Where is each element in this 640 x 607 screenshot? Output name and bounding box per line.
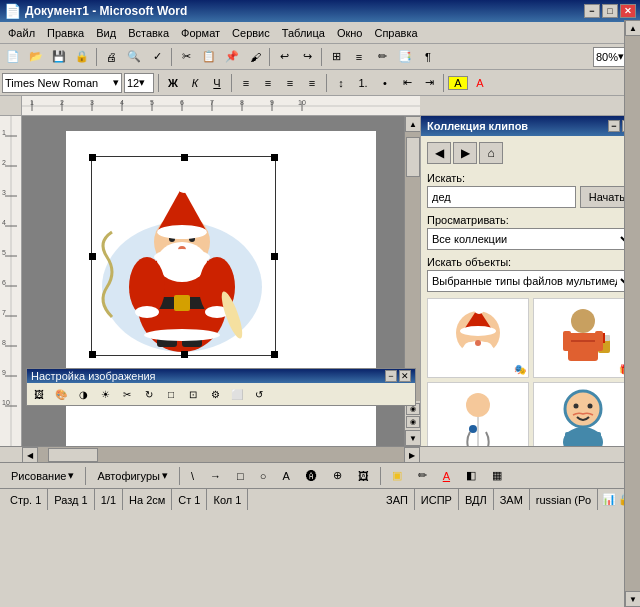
font-dropdown-icon[interactable]: ▾ [113, 76, 119, 89]
clip-thumb-4[interactable]: 👤 [533, 382, 635, 446]
diagram-btn[interactable]: ⊕ [326, 466, 349, 485]
save-button[interactable]: 💾 [48, 46, 70, 68]
fill-color-btn[interactable]: ▣ [385, 466, 409, 485]
font-color[interactable]: A [470, 73, 490, 93]
menu-help[interactable]: Справка [368, 25, 423, 41]
cut-button[interactable]: ✂ [175, 46, 197, 68]
handle-bl[interactable] [89, 351, 96, 358]
highlight[interactable]: A [448, 76, 468, 90]
scroll-thumb-v[interactable] [406, 137, 420, 177]
selected-image[interactable] [91, 156, 276, 356]
align-justify[interactable]: ≡ [302, 73, 322, 93]
print-button[interactable]: 🖨 [100, 46, 122, 68]
img-format-btn[interactable]: ⚙ [205, 385, 225, 403]
scroll-up-btn[interactable]: ▲ [405, 116, 420, 132]
drawing-button[interactable]: ✏ [371, 46, 393, 68]
clipart-btn[interactable]: 🖼 [351, 467, 376, 485]
img-color-btn[interactable]: 🎨 [51, 385, 71, 403]
clip-thumb-2[interactable]: 🎁 [533, 298, 635, 378]
hscroll-left-btn[interactable]: ◀ [22, 447, 38, 463]
handle-mr[interactable] [271, 253, 278, 260]
browse-select[interactable]: Все коллекции [427, 228, 634, 250]
show-formatting[interactable]: ¶ [417, 46, 439, 68]
autoshapes-menu-btn[interactable]: Автофигуры ▾ [90, 466, 175, 485]
font-size-selector[interactable]: 12 ▾ [124, 73, 154, 93]
bold-button[interactable]: Ж [163, 73, 183, 93]
open-button[interactable]: 📂 [25, 46, 47, 68]
increase-indent[interactable]: ⇥ [419, 73, 439, 93]
img-contrast-btn[interactable]: ◑ [73, 385, 93, 403]
hscroll-track[interactable] [38, 447, 404, 462]
clip-scroll-track[interactable] [625, 36, 640, 591]
rect-btn[interactable]: □ [230, 467, 251, 485]
preview-button[interactable]: 🔍 [123, 46, 145, 68]
menu-file[interactable]: Файл [2, 25, 41, 41]
permission-button[interactable]: 🔒 [71, 46, 93, 68]
scroll-down-btn[interactable]: ▼ [405, 430, 420, 446]
img-border-btn[interactable]: □ [161, 385, 181, 403]
img-brightness-btn[interactable]: ☀ [95, 385, 115, 403]
clip-back-btn[interactable]: ◀ [427, 142, 451, 164]
undo-button[interactable]: ↩ [273, 46, 295, 68]
format-painter[interactable]: 🖌 [244, 46, 266, 68]
clip-scroll-up[interactable]: ▲ [625, 20, 640, 36]
paste-button[interactable]: 📌 [221, 46, 243, 68]
menu-edit[interactable]: Правка [41, 25, 90, 41]
new-button[interactable]: 📄 [2, 46, 24, 68]
3d-btn[interactable]: ▦ [485, 466, 509, 485]
image-toolbar-minimize[interactable]: − [385, 370, 397, 382]
oval-btn[interactable]: ○ [253, 467, 274, 485]
arrow-btn[interactable]: → [203, 467, 228, 485]
clip-home-btn[interactable]: ⌂ [479, 142, 503, 164]
type-select[interactable]: Выбранные типы файлов мультимеди [427, 270, 634, 292]
scroll-track-v[interactable] [405, 132, 420, 401]
copy-button[interactable]: 📋 [198, 46, 220, 68]
size-dropdown-icon[interactable]: ▾ [139, 76, 145, 89]
handle-tm[interactable] [181, 154, 188, 161]
numbering[interactable]: 1. [353, 73, 373, 93]
columns-button[interactable]: ≡ [348, 46, 370, 68]
menu-insert[interactable]: Вставка [122, 25, 175, 41]
handle-br[interactable] [271, 351, 278, 358]
handle-ml[interactable] [89, 253, 96, 260]
align-right[interactable]: ≡ [280, 73, 300, 93]
docmap-button[interactable]: 📑 [394, 46, 416, 68]
line-color-btn[interactable]: ✏ [411, 466, 434, 485]
search-input[interactable] [427, 186, 576, 208]
menu-view[interactable]: Вид [90, 25, 122, 41]
clip-thumb-1[interactable]: 🎭 [427, 298, 529, 378]
shadow-btn[interactable]: ◧ [459, 466, 483, 485]
img-wrap-btn[interactable]: ⊡ [183, 385, 203, 403]
clip-minimize-btn[interactable]: − [608, 120, 620, 132]
menu-format[interactable]: Формат [175, 25, 226, 41]
align-left[interactable]: ≡ [236, 73, 256, 93]
maximize-button[interactable]: □ [602, 4, 618, 18]
img-transparent-btn[interactable]: ⬜ [227, 385, 247, 403]
underline-button[interactable]: Ч [207, 73, 227, 93]
table-button[interactable]: ⊞ [325, 46, 347, 68]
menu-tools[interactable]: Сервис [226, 25, 276, 41]
handle-tr[interactable] [271, 154, 278, 161]
img-crop-btn[interactable]: ✂ [117, 385, 137, 403]
document-area[interactable]: Настройка изображения − ✕ 🖼 🎨 ◑ ☀ ✂ ↻ □ … [22, 116, 420, 446]
hscroll-thumb[interactable] [48, 448, 98, 462]
spell-button[interactable]: ✓ [146, 46, 168, 68]
line-spacing[interactable]: ↕ [331, 73, 351, 93]
textbox-btn[interactable]: A [275, 467, 296, 485]
handle-tl[interactable] [89, 154, 96, 161]
minimize-button[interactable]: − [584, 4, 600, 18]
font-selector[interactable]: Times New Roman ▾ [2, 73, 122, 93]
close-button[interactable]: ✕ [620, 4, 636, 18]
scroll-next-page[interactable]: ◉ [406, 416, 420, 428]
handle-bm[interactable] [181, 351, 188, 358]
img-insert-btn[interactable]: 🖼 [29, 385, 49, 403]
clip-forward-btn[interactable]: ▶ [453, 142, 477, 164]
clip-thumb-3[interactable]: 👨‍⚕️ [427, 382, 529, 446]
italic-button[interactable]: К [185, 73, 205, 93]
menu-window[interactable]: Окно [331, 25, 369, 41]
image-toolbar-close[interactable]: ✕ [399, 370, 411, 382]
align-center[interactable]: ≡ [258, 73, 278, 93]
img-reset-btn[interactable]: ↺ [249, 385, 269, 403]
font-color-draw-btn[interactable]: A [436, 467, 457, 485]
bullets[interactable]: • [375, 73, 395, 93]
